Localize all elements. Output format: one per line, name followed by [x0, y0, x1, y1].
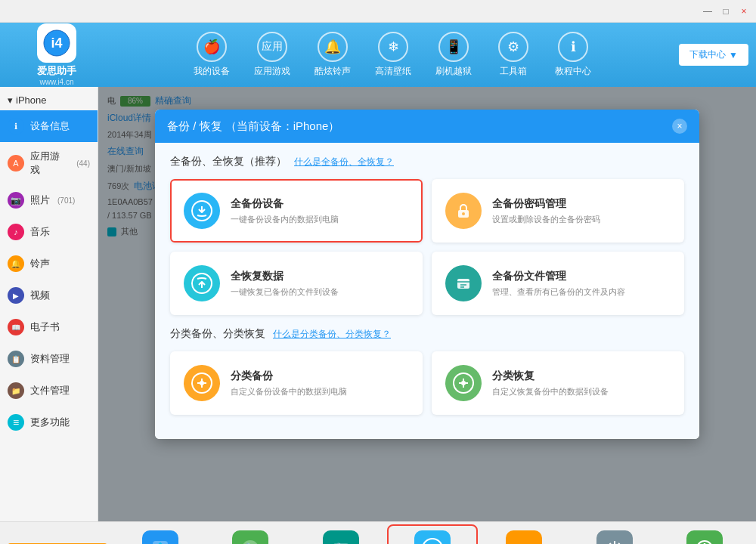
- nav-app-game[interactable]: 应用 应用游戏: [245, 27, 299, 82]
- ringtone-icon: 🔔: [8, 255, 24, 272]
- modal-close-button[interactable]: ×: [672, 119, 687, 134]
- close-button[interactable]: ×: [738, 5, 750, 17]
- nav-toolbox[interactable]: ⚙ 工具箱: [487, 27, 540, 82]
- nav-items: 🍎 我的设备 应用 应用游戏 🔔 酷炫铃声 ❄ 高清壁纸 📱 刷机越狱 ⚙ 工具…: [106, 27, 679, 82]
- nav-my-device[interactable]: 🍎 我的设备: [184, 27, 239, 82]
- section1-title: 全备份、全恢复（推荐）: [170, 155, 287, 168]
- nav-toolbox-icon: ⚙: [498, 32, 528, 62]
- backup-password-desc: 设置或删除设备的全备份密码: [492, 214, 600, 225]
- backup-file-mgmt-icon: [445, 265, 482, 301]
- svg-point-10: [461, 381, 466, 385]
- backup-password-card[interactable]: 全备份密码管理 设置或删除设备的全备份密码: [432, 179, 684, 243]
- file-mgmt-icon: 📁: [8, 382, 24, 399]
- backup-file-mgmt-desc: 管理、查看所有已备份的文件及内容: [492, 286, 625, 298]
- minimize-button[interactable]: —: [702, 5, 714, 17]
- logo-area: i4 爱思助手 www.i4.cn: [8, 23, 106, 86]
- section2-header: 分类备份、分类恢复 什么是分类备份、分类恢复？: [170, 327, 684, 341]
- modal-header: 备份 / 恢复 （当前设备：iPhone） ×: [155, 110, 699, 143]
- more-icon: ≡: [8, 414, 24, 431]
- category-restore-icon: [445, 365, 482, 401]
- logo-name: 爱思助手: [37, 64, 76, 78]
- card-grid-2: 分类备份 自定义备份设备中的数据到电脑: [170, 351, 684, 415]
- category-restore-card[interactable]: 分类恢复 自定义恢复备份中的数据到设备: [432, 351, 684, 415]
- full-backup-card[interactable]: 全备份设备 一键备份设备内的数据到电脑: [170, 179, 423, 243]
- section2-title: 分类备份、分类恢复: [170, 327, 265, 341]
- main-area: ▾ iPhone ℹ 设备信息 A 应用游戏 (44) 📷 照片 (701) ♪…: [0, 87, 756, 521]
- tool-backup[interactable]: 备份 / 恢复: [387, 524, 477, 544]
- full-restore-info: 全恢复数据 一键恢复已备份的文件到设备: [231, 270, 339, 298]
- modal-overlay: 备份 / 恢复 （当前设备：iPhone） × 全备份、全恢复（推荐） 什么是全…: [98, 87, 756, 521]
- category-backup-desc: 自定义备份设备中的数据到电脑: [231, 386, 347, 397]
- nav-ringtone-icon: 🔔: [318, 32, 348, 62]
- nav-wallpaper-label: 高清壁纸: [375, 65, 411, 78]
- right-panel: 电 86% 精确查询 iCloud详情 2014年34周 在线查询 澳门/新加坡…: [98, 87, 756, 521]
- nav-jailbreak-label: 刷机越狱: [435, 65, 472, 78]
- download-arrow-icon: ▼: [729, 50, 738, 60]
- app-game-icon: A: [8, 155, 24, 172]
- category-restore-desc: 自定义恢复备份中的数据到设备: [492, 386, 609, 397]
- category-backup-info: 分类备份 自定义备份设备中的数据到电脑: [231, 369, 347, 397]
- sidebar-item-music[interactable]: ♪ 音乐: [0, 216, 98, 248]
- logo-url: www.i4.cn: [39, 78, 73, 86]
- music-icon: ♪: [8, 224, 24, 240]
- nav-jailbreak[interactable]: 📱 刷机越狱: [426, 27, 481, 82]
- nav-tutorial-label: 教程中心: [555, 65, 591, 78]
- sidebar: ▾ iPhone ℹ 设备信息 A 应用游戏 (44) 📷 照片 (701) ♪…: [0, 87, 98, 521]
- logo-icon: i4: [37, 23, 76, 63]
- full-restore-title: 全恢复数据: [231, 270, 339, 283]
- sidebar-item-more[interactable]: ≡ 更多功能: [0, 406, 98, 438]
- tool-fix-crash[interactable]: 🔧 修复应用闪退: [206, 526, 293, 544]
- nav-jailbreak-icon: 📱: [438, 32, 469, 62]
- sidebar-item-data-mgmt[interactable]: 📋 资料管理: [0, 343, 98, 375]
- nav-wallpaper-icon: ❄: [378, 32, 408, 62]
- backup-icon: [414, 530, 451, 544]
- nav-ringtone[interactable]: 🔔 酷炫铃声: [305, 27, 360, 82]
- nav-app-icon: 应用: [257, 32, 287, 62]
- backup-file-mgmt-card[interactable]: 全备份文件管理 管理、查看所有已备份的文件及内容: [432, 252, 684, 315]
- sidebar-item-ebook[interactable]: 📖 电子书: [0, 311, 98, 343]
- sidebar-item-video[interactable]: ▶ 视频: [0, 280, 98, 311]
- section2-link[interactable]: 什么是分类备份、分类恢复？: [273, 328, 391, 341]
- section1-link[interactable]: 什么是全备份、全恢复？: [294, 156, 394, 168]
- data-mgmt-icon: 📋: [8, 351, 24, 367]
- tool-install-app[interactable]: 💠 安装移动端: [116, 526, 203, 544]
- category-restore-title: 分类恢复: [492, 369, 609, 383]
- sidebar-item-device-info[interactable]: ℹ 设备信息: [0, 110, 98, 142]
- nav-toolbox-label: 工具箱: [500, 65, 527, 78]
- fix-popup-icon: 🔧: [323, 530, 359, 544]
- modal-title: 备份 / 恢复 （当前设备：iPhone）: [167, 119, 339, 134]
- nav-tutorial[interactable]: ℹ 教程中心: [546, 27, 600, 82]
- full-restore-card[interactable]: 全恢复数据 一键恢复已备份的文件到设备: [170, 252, 423, 315]
- sidebar-item-file-mgmt[interactable]: 📁 文件管理: [0, 375, 98, 406]
- card-grid-1: 全备份设备 一键备份设备内的数据到电脑: [170, 179, 684, 315]
- download-center-button[interactable]: 下载中心 ▼: [679, 44, 748, 66]
- shutdown-icon: [686, 530, 723, 544]
- backup-password-icon: [445, 193, 482, 229]
- title-bar: — □ ×: [0, 0, 756, 23]
- nav-app-label: 应用游戏: [254, 65, 290, 78]
- fix-crash-icon: 🔧: [232, 530, 268, 544]
- category-backup-card[interactable]: 分类备份 自定义备份设备中的数据到电脑: [170, 351, 423, 415]
- backup-password-title: 全备份密码管理: [492, 197, 600, 211]
- full-restore-icon: [184, 265, 220, 301]
- nav-wallpaper[interactable]: ❄ 高清壁纸: [366, 27, 420, 82]
- header: i4 爱思助手 www.i4.cn 🍎 我的设备 应用 应用游戏 🔔 酷炫铃声 …: [0, 23, 756, 87]
- nav-tutorial-icon: ℹ: [558, 32, 588, 62]
- full-backup-title: 全备份设备: [231, 197, 339, 211]
- backup-password-info: 全备份密码管理 设置或删除设备的全备份密码: [492, 197, 600, 225]
- tool-shutdown[interactable]: 关闭设备: [662, 526, 748, 544]
- nav-my-device-icon: 🍎: [197, 32, 227, 62]
- sidebar-item-app-game[interactable]: A 应用游戏 (44): [0, 142, 98, 184]
- category-restore-info: 分类恢复 自定义恢复备份中的数据到设备: [492, 369, 609, 397]
- tool-fix-popup[interactable]: 🔧 修复应用弹窗: [297, 526, 384, 544]
- category-backup-title: 分类备份: [231, 369, 347, 383]
- tool-clean[interactable]: 垃圾清理: [481, 526, 568, 544]
- sidebar-item-ringtone[interactable]: 🔔 铃声: [0, 248, 98, 280]
- tool-reboot[interactable]: 重启设备: [571, 526, 658, 544]
- full-backup-icon: [184, 193, 220, 229]
- photos-icon: 📷: [8, 192, 24, 209]
- maximize-button[interactable]: □: [720, 5, 732, 17]
- sidebar-item-photos[interactable]: 📷 照片 (701): [0, 184, 98, 216]
- svg-point-4: [462, 212, 465, 215]
- full-restore-desc: 一键恢复已备份的文件到设备: [231, 286, 339, 298]
